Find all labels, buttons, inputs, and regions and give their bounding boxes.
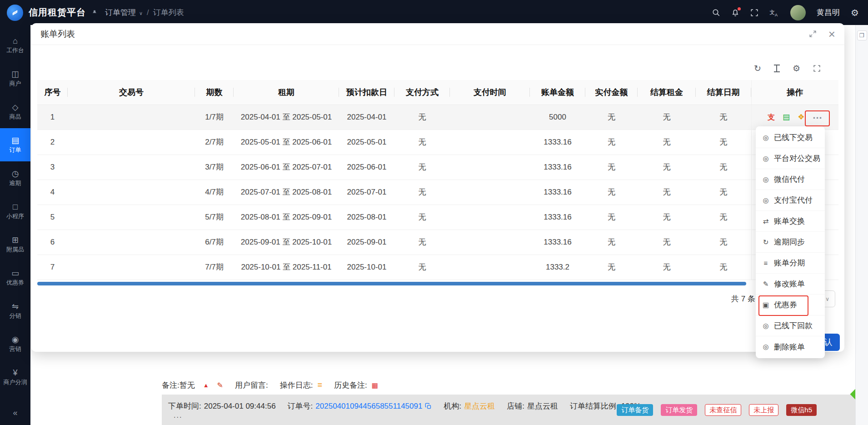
sidebar-collapse-button[interactable]: «: [0, 401, 30, 425]
breadcrumb-current[interactable]: 订单列表: [153, 7, 184, 18]
cell-index: 4: [37, 180, 68, 205]
cell-term: 2025-04-01 至 2025-05-01: [234, 105, 339, 130]
order-no-link[interactable]: 2025040109445658551145091: [315, 402, 422, 411]
horizontal-scrollbar[interactable]: [37, 282, 746, 285]
menu-item-label: 微信代付: [774, 174, 805, 185]
gear-icon[interactable]: ⚙: [851, 7, 859, 18]
cell-bill_amount: 1333.16: [530, 130, 585, 155]
chevron-down-icon: ∨: [825, 296, 829, 302]
pin-icon[interactable]: [91, 10, 98, 16]
status-badge[interactable]: 订单备货: [617, 404, 653, 416]
sync-icon: ↻: [762, 238, 770, 246]
refresh-icon[interactable]: ↻: [754, 63, 761, 74]
sidebar-item-5[interactable]: ◷逾期: [0, 161, 30, 195]
translate-icon[interactable]: 文A: [769, 9, 779, 17]
edit-remark-icon[interactable]: ✎: [217, 381, 223, 390]
cell-term: 2025-06-01 至 2025-07-01: [234, 155, 339, 180]
cell-trade_no: [68, 205, 195, 230]
bill-row: 11/7期2025-04-01 至 2025-05-012025-04-01无5…: [37, 105, 838, 130]
menu-item-7[interactable]: ≡账单分期: [756, 253, 825, 274]
coin-icon: ◎: [762, 322, 770, 330]
menu-item-8[interactable]: ✎修改账单: [756, 274, 825, 295]
menu-item-2[interactable]: ◎平台对公交易: [756, 148, 825, 169]
operation-log-icon[interactable]: ≡: [317, 380, 322, 390]
table-fullscreen-icon[interactable]: [813, 65, 821, 72]
cell-settle_date: 无: [696, 255, 751, 280]
user-name[interactable]: 黄昌明: [817, 7, 840, 18]
menu-item-4[interactable]: ◎支付宝代付: [756, 190, 825, 211]
notification-dot: [738, 7, 741, 10]
status-badge[interactable]: 订单发货: [661, 404, 697, 416]
collapse-triangle-icon[interactable]: ▲: [203, 382, 209, 389]
copy-icon[interactable]: [425, 403, 432, 410]
menu-item-10[interactable]: ◎已线下回款: [756, 315, 825, 336]
cell-trade_no: [68, 180, 195, 205]
card-action-icon[interactable]: ▤: [783, 113, 790, 121]
profit-icon: ¥: [13, 369, 17, 377]
order-number: 订单号: 2025040109445658551145091: [288, 401, 432, 411]
sidebar-item-11[interactable]: ¥商户分润: [0, 360, 30, 394]
cell-index: 7: [37, 255, 68, 280]
modal-maximize-icon[interactable]: [809, 30, 817, 38]
sidebar-item-9[interactable]: ⇋分销: [0, 294, 30, 327]
search-icon[interactable]: [712, 9, 720, 17]
overdue-icon: ◷: [12, 170, 19, 178]
org-value[interactable]: 星点云租: [464, 401, 495, 411]
bill-row: 22/7期2025-05-01 至 2025-06-012025-05-01无1…: [37, 130, 838, 155]
sidebar-item-2[interactable]: ◫商户: [0, 62, 30, 95]
density-icon[interactable]: [774, 65, 780, 72]
pay-action-icon[interactable]: 支: [768, 114, 775, 121]
sidebar-item-10[interactable]: ◉营销: [0, 327, 30, 360]
sidebar-item-1[interactable]: ⌂工作台: [0, 29, 30, 62]
ticket-icon: ▣: [762, 301, 770, 309]
app-window: 备注:暂无 ▲ ✎ 用户留言: 操作日志: ≡ 历史备注: ▦ 下单时间: 20…: [0, 0, 868, 425]
cell-term: 2025-09-01 至 2025-10-01: [234, 230, 339, 255]
pagination-total: 共 7 条: [731, 294, 755, 304]
sidebar-item-label: 分销: [10, 313, 21, 320]
sidebar-item-6[interactable]: □小程序: [0, 195, 30, 228]
status-badge[interactable]: 未查征信: [705, 404, 741, 416]
sidebar-item-label: 优惠券: [6, 280, 24, 286]
cell-pay_method: 无: [394, 205, 450, 230]
column-settings-icon[interactable]: ⚙: [793, 63, 800, 74]
sidebar-item-7[interactable]: ⊞附属品: [0, 228, 30, 261]
chevron-down-icon: ∨: [139, 10, 143, 16]
notifications-bell-icon[interactable]: [731, 9, 739, 17]
breadcrumb-menu[interactable]: 订单管理: [105, 7, 136, 18]
shop-icon: ◫: [11, 70, 19, 78]
sidebar-item-3[interactable]: ◇商品: [0, 95, 30, 128]
notes-row: 备注:暂无 ▲ ✎ 用户留言: 操作日志: ≡ 历史备注: ▦: [162, 380, 378, 390]
menu-item-11[interactable]: ◎删除账单: [756, 336, 825, 357]
miniapp-icon: □: [13, 203, 18, 211]
menu-item-9[interactable]: ▣优惠券: [756, 295, 825, 315]
cell-trade_no: [68, 255, 195, 280]
menu-item-6[interactable]: ↻逾期同步: [756, 232, 825, 253]
cell-pay_method: 无: [394, 105, 450, 130]
user-avatar[interactable]: [790, 5, 806, 20]
status-badge[interactable]: 未上报: [749, 404, 778, 416]
cell-period: 4/7期: [195, 180, 234, 205]
menu-item-label: 支付宝代付: [774, 195, 813, 205]
app-title: 信用租赁平台: [29, 6, 86, 19]
status-badge[interactable]: 微信h5: [786, 404, 817, 416]
sidebar-item-4[interactable]: ▤订单: [0, 128, 30, 161]
menu-item-1[interactable]: ◎已线下交易: [756, 127, 825, 148]
shield-action-icon[interactable]: ❖: [798, 113, 804, 121]
coupon-icon: ▭: [11, 269, 19, 277]
column-header: 实付金额: [585, 80, 638, 105]
panel-toggle-icon[interactable]: ❐: [857, 30, 867, 40]
goods-icon: ◇: [12, 103, 19, 111]
column-header: 支付时间: [450, 80, 530, 105]
modal-close-icon[interactable]: ×: [828, 28, 835, 40]
menu-item-5[interactable]: ⇄账单交换: [756, 211, 825, 232]
sidebar-item-label: 营销: [10, 346, 21, 353]
menu-item-3[interactable]: ◎微信代付: [756, 169, 825, 190]
sidebar-item-label: 逾期: [10, 180, 21, 187]
history-note-icon[interactable]: ▦: [372, 381, 378, 390]
fullscreen-icon[interactable]: [750, 9, 758, 17]
cell-index: 3: [37, 155, 68, 180]
sidebar-item-8[interactable]: ▭优惠券: [0, 261, 30, 294]
cell-paid_amount: 无: [585, 105, 638, 130]
cell-settle_rent: 无: [638, 155, 696, 180]
more-actions-button[interactable]: …: [812, 110, 822, 120]
